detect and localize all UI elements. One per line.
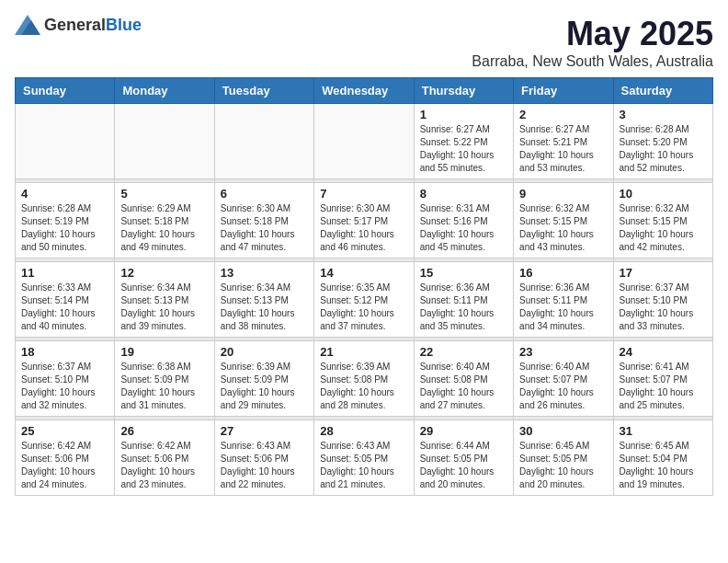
subtitle: Barraba, New South Wales, Australia: [472, 53, 713, 70]
day-info: Sunrise: 6:43 AM Sunset: 5:06 PM Dayligh…: [221, 440, 308, 491]
day-info: Sunrise: 6:36 AM Sunset: 5:11 PM Dayligh…: [519, 282, 607, 333]
day-number: 1: [420, 108, 507, 121]
calendar-cell: [16, 104, 115, 179]
day-number: 13: [221, 266, 308, 280]
day-number: 7: [320, 187, 407, 201]
day-number: 16: [519, 266, 607, 280]
calendar-cell: 27Sunrise: 6:43 AM Sunset: 5:06 PM Dayli…: [214, 420, 313, 496]
calendar-week-row: 4Sunrise: 6:28 AM Sunset: 5:19 PM Daylig…: [16, 183, 713, 259]
calendar-week-row: 25Sunrise: 6:42 AM Sunset: 5:06 PM Dayli…: [16, 420, 713, 496]
calendar-cell: 28Sunrise: 6:43 AM Sunset: 5:05 PM Dayli…: [314, 420, 414, 496]
day-number: 28: [320, 424, 407, 438]
day-number: 24: [620, 345, 707, 359]
logo-text-general: General: [44, 16, 106, 35]
day-info: Sunrise: 6:45 AM Sunset: 5:05 PM Dayligh…: [519, 440, 607, 491]
day-number: 17: [620, 266, 707, 280]
logo: General Blue: [15, 15, 142, 35]
day-number: 3: [620, 108, 707, 121]
day-info: Sunrise: 6:32 AM Sunset: 5:15 PM Dayligh…: [620, 202, 707, 254]
calendar-cell: 29Sunrise: 6:44 AM Sunset: 5:05 PM Dayli…: [414, 420, 513, 496]
calendar-cell: 22Sunrise: 6:40 AM Sunset: 5:08 PM Dayli…: [414, 341, 513, 417]
day-number: 8: [420, 187, 507, 201]
day-number: 12: [120, 266, 208, 280]
day-info: Sunrise: 6:39 AM Sunset: 5:09 PM Dayligh…: [221, 361, 308, 412]
calendar-header-thursday: Thursday: [414, 78, 513, 104]
day-number: 6: [221, 187, 308, 201]
day-info: Sunrise: 6:42 AM Sunset: 5:06 PM Dayligh…: [21, 440, 108, 491]
day-number: 20: [221, 345, 308, 359]
main-title: May 2025: [472, 15, 713, 53]
calendar-week-row: 1Sunrise: 6:27 AM Sunset: 5:22 PM Daylig…: [16, 104, 713, 179]
calendar-header-saturday: Saturday: [613, 78, 712, 104]
calendar-cell: 10Sunrise: 6:32 AM Sunset: 5:15 PM Dayli…: [613, 183, 712, 259]
calendar-cell: [314, 104, 414, 179]
calendar-cell: [214, 104, 313, 179]
day-info: Sunrise: 6:34 AM Sunset: 5:13 PM Dayligh…: [221, 282, 308, 333]
day-info: Sunrise: 6:30 AM Sunset: 5:17 PM Dayligh…: [320, 202, 407, 254]
calendar-cell: 21Sunrise: 6:39 AM Sunset: 5:08 PM Dayli…: [314, 341, 414, 417]
calendar-cell: 23Sunrise: 6:40 AM Sunset: 5:07 PM Dayli…: [514, 341, 613, 417]
calendar-week-row: 18Sunrise: 6:37 AM Sunset: 5:10 PM Dayli…: [16, 341, 713, 417]
page-header: General Blue May 2025 Barraba, New South…: [15, 15, 713, 70]
day-info: Sunrise: 6:40 AM Sunset: 5:07 PM Dayligh…: [519, 361, 607, 412]
day-number: 21: [320, 345, 407, 359]
day-info: Sunrise: 6:39 AM Sunset: 5:08 PM Dayligh…: [320, 361, 407, 412]
calendar-cell: 14Sunrise: 6:35 AM Sunset: 5:12 PM Dayli…: [314, 262, 414, 338]
day-number: 22: [420, 345, 507, 359]
day-info: Sunrise: 6:32 AM Sunset: 5:15 PM Dayligh…: [519, 202, 607, 254]
day-number: 23: [519, 345, 607, 359]
day-info: Sunrise: 6:33 AM Sunset: 5:14 PM Dayligh…: [21, 282, 108, 333]
calendar-cell: 8Sunrise: 6:31 AM Sunset: 5:16 PM Daylig…: [414, 183, 513, 259]
calendar-header-monday: Monday: [115, 78, 214, 104]
day-info: Sunrise: 6:34 AM Sunset: 5:13 PM Dayligh…: [120, 282, 208, 333]
day-number: 9: [519, 187, 607, 201]
title-section: May 2025 Barraba, New South Wales, Austr…: [472, 15, 713, 70]
calendar-cell: [115, 104, 214, 179]
calendar-cell: 25Sunrise: 6:42 AM Sunset: 5:06 PM Dayli…: [16, 420, 115, 496]
day-info: Sunrise: 6:30 AM Sunset: 5:18 PM Dayligh…: [221, 202, 308, 254]
calendar-cell: 20Sunrise: 6:39 AM Sunset: 5:09 PM Dayli…: [214, 341, 313, 417]
day-number: 2: [519, 108, 607, 121]
calendar-cell: 2Sunrise: 6:27 AM Sunset: 5:21 PM Daylig…: [514, 104, 613, 179]
day-info: Sunrise: 6:45 AM Sunset: 5:04 PM Dayligh…: [620, 440, 707, 491]
day-number: 26: [120, 424, 208, 438]
day-number: 31: [620, 424, 707, 438]
day-info: Sunrise: 6:36 AM Sunset: 5:11 PM Dayligh…: [420, 282, 507, 333]
calendar-cell: 16Sunrise: 6:36 AM Sunset: 5:11 PM Dayli…: [514, 262, 613, 338]
calendar-cell: 15Sunrise: 6:36 AM Sunset: 5:11 PM Dayli…: [414, 262, 513, 338]
calendar-cell: 4Sunrise: 6:28 AM Sunset: 5:19 PM Daylig…: [16, 183, 115, 259]
calendar-header-wednesday: Wednesday: [314, 78, 414, 104]
day-number: 14: [320, 266, 407, 280]
day-info: Sunrise: 6:43 AM Sunset: 5:05 PM Dayligh…: [320, 440, 407, 491]
day-number: 29: [420, 424, 507, 438]
calendar-cell: 17Sunrise: 6:37 AM Sunset: 5:10 PM Dayli…: [613, 262, 712, 338]
day-number: 4: [21, 187, 108, 201]
day-number: 15: [420, 266, 507, 280]
calendar-cell: 3Sunrise: 6:28 AM Sunset: 5:20 PM Daylig…: [613, 104, 712, 179]
day-number: 19: [120, 345, 208, 359]
day-info: Sunrise: 6:29 AM Sunset: 5:18 PM Dayligh…: [120, 202, 208, 254]
day-info: Sunrise: 6:41 AM Sunset: 5:07 PM Dayligh…: [620, 361, 707, 412]
day-number: 18: [21, 345, 108, 359]
calendar-cell: 11Sunrise: 6:33 AM Sunset: 5:14 PM Dayli…: [16, 262, 115, 338]
calendar-header-sunday: Sunday: [16, 78, 115, 104]
day-info: Sunrise: 6:40 AM Sunset: 5:08 PM Dayligh…: [420, 361, 507, 412]
day-info: Sunrise: 6:44 AM Sunset: 5:05 PM Dayligh…: [420, 440, 507, 491]
day-number: 5: [120, 187, 208, 201]
day-number: 27: [221, 424, 308, 438]
day-number: 11: [21, 266, 108, 280]
calendar-cell: 9Sunrise: 6:32 AM Sunset: 5:15 PM Daylig…: [514, 183, 613, 259]
logo-text-blue: Blue: [106, 16, 142, 35]
calendar-cell: 26Sunrise: 6:42 AM Sunset: 5:06 PM Dayli…: [115, 420, 214, 496]
calendar-cell: 12Sunrise: 6:34 AM Sunset: 5:13 PM Dayli…: [115, 262, 214, 338]
day-info: Sunrise: 6:35 AM Sunset: 5:12 PM Dayligh…: [320, 282, 407, 333]
calendar-header-friday: Friday: [514, 78, 613, 104]
calendar-cell: 6Sunrise: 6:30 AM Sunset: 5:18 PM Daylig…: [214, 183, 313, 259]
calendar-cell: 30Sunrise: 6:45 AM Sunset: 5:05 PM Dayli…: [514, 420, 613, 496]
calendar-cell: 24Sunrise: 6:41 AM Sunset: 5:07 PM Dayli…: [613, 341, 712, 417]
day-info: Sunrise: 6:42 AM Sunset: 5:06 PM Dayligh…: [120, 440, 208, 491]
day-info: Sunrise: 6:27 AM Sunset: 5:22 PM Dayligh…: [420, 123, 507, 175]
calendar-week-row: 11Sunrise: 6:33 AM Sunset: 5:14 PM Dayli…: [16, 262, 713, 338]
calendar-table: SundayMondayTuesdayWednesdayThursdayFrid…: [15, 77, 713, 496]
calendar-header-tuesday: Tuesday: [214, 78, 313, 104]
